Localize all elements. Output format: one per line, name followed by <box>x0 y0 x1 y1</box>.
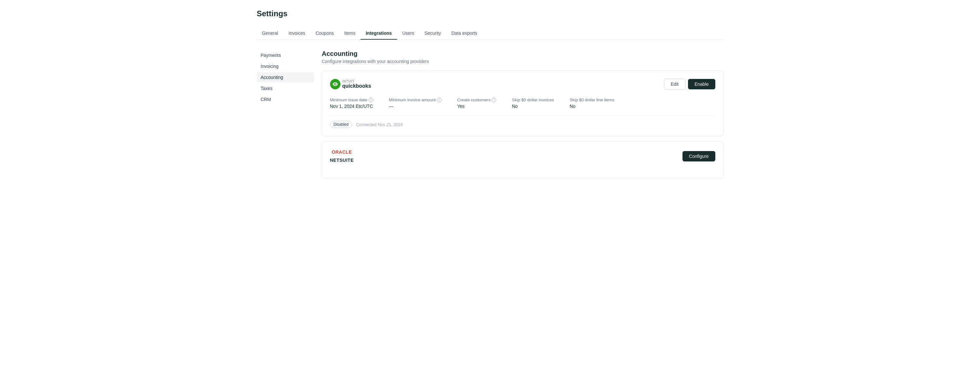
field-label-minimum-invoice-amount: Minimum invoice amount i <box>389 97 442 102</box>
sidebar-item-accounting[interactable]: Accounting <box>257 72 314 82</box>
sidebar-item-invoicing[interactable]: Invoicing <box>257 61 314 71</box>
quickbooks-actions: Edit Enable <box>664 79 715 90</box>
field-skip-dollar-line-items: Skip $0 dollar line items No <box>570 97 614 109</box>
oracle-label: ORACLE <box>332 149 352 155</box>
section-description: Configure integrations with your account… <box>322 59 724 64</box>
quickbooks-label: quickbooks <box>342 83 371 89</box>
sidebar-item-crm[interactable]: CRM <box>257 94 314 105</box>
tab-general[interactable]: General <box>257 27 283 40</box>
main-content: Accounting Configure integrations with y… <box>322 50 724 184</box>
field-label-skip-dollar-invoices: Skip $0 dollar invoices <box>512 97 554 102</box>
quickbooks-card-header: QB INTUIT quickbooks Edit Enable <box>330 79 715 90</box>
connected-text: Connected Nov 21, 2024 <box>356 122 403 127</box>
field-value-skip-dollar-line-items: No <box>570 104 614 109</box>
quickbooks-icon: QB <box>330 79 340 89</box>
tab-items[interactable]: Items <box>339 27 361 40</box>
tab-coupons[interactable]: Coupons <box>310 27 339 40</box>
sidebar-item-payments[interactable]: Payments <box>257 50 314 60</box>
tab-data-exports[interactable]: Data exports <box>446 27 482 40</box>
status-badge: Disabled <box>330 121 352 128</box>
tab-users[interactable]: Users <box>397 27 420 40</box>
netsuite-card: ORACLE NETSUITE Configure <box>322 141 724 179</box>
field-skip-dollar-invoices: Skip $0 dollar invoices No <box>512 97 554 109</box>
quickbooks-footer: Disabled Connected Nov 21, 2024 <box>330 115 715 128</box>
field-minimum-invoice-amount: Minimum invoice amount i — <box>389 97 442 109</box>
section-title: Accounting <box>322 50 724 57</box>
field-create-customers: Create customers i Yes <box>457 97 496 109</box>
quickbooks-text: INTUIT quickbooks <box>342 79 371 89</box>
edit-button[interactable]: Edit <box>664 79 686 90</box>
sidebar-item-taxes[interactable]: Taxes <box>257 83 314 94</box>
quickbooks-card: QB INTUIT quickbooks Edit Enable <box>322 70 724 136</box>
svg-text:QB: QB <box>332 82 338 86</box>
netsuite-actions: Configure <box>682 151 715 162</box>
field-label-create-customers: Create customers i <box>457 97 496 102</box>
netsuite-logo: ORACLE NETSUITE <box>330 149 354 163</box>
tabs-nav: General Invoices Coupons Items Integrati… <box>257 27 724 40</box>
tab-invoices[interactable]: Invoices <box>283 27 310 40</box>
tab-integrations[interactable]: Integrations <box>361 27 397 40</box>
tab-security[interactable]: Security <box>420 27 446 40</box>
netsuite-label: NETSUITE <box>330 158 354 163</box>
page-title: Settings <box>257 9 724 18</box>
field-value-minimum-issue-date: Nov 1, 2024 Etc/UTC <box>330 104 374 109</box>
enable-button[interactable]: Enable <box>688 79 715 89</box>
info-icon-minimum-issue-date: i <box>369 98 373 102</box>
info-icon-minimum-invoice-amount: i <box>437 98 442 102</box>
info-icon-create-customers: i <box>492 98 496 102</box>
quickbooks-logo: QB INTUIT quickbooks <box>330 79 371 89</box>
quickbooks-fields: Minimum issue date i Nov 1, 2024 Etc/UTC… <box>330 97 715 109</box>
field-label-skip-dollar-line-items: Skip $0 dollar line items <box>570 97 614 102</box>
intuit-label: INTUIT <box>342 79 371 83</box>
netsuite-card-header: ORACLE NETSUITE Configure <box>330 149 715 163</box>
field-value-minimum-invoice-amount: — <box>389 104 442 109</box>
field-label-minimum-issue-date: Minimum issue date i <box>330 97 374 102</box>
configure-button[interactable]: Configure <box>682 151 715 162</box>
field-minimum-issue-date: Minimum issue date i Nov 1, 2024 Etc/UTC <box>330 97 374 109</box>
sidebar: Payments Invoicing Accounting Taxes CRM <box>257 50 322 184</box>
field-value-skip-dollar-invoices: No <box>512 104 554 109</box>
field-value-create-customers: Yes <box>457 104 496 109</box>
